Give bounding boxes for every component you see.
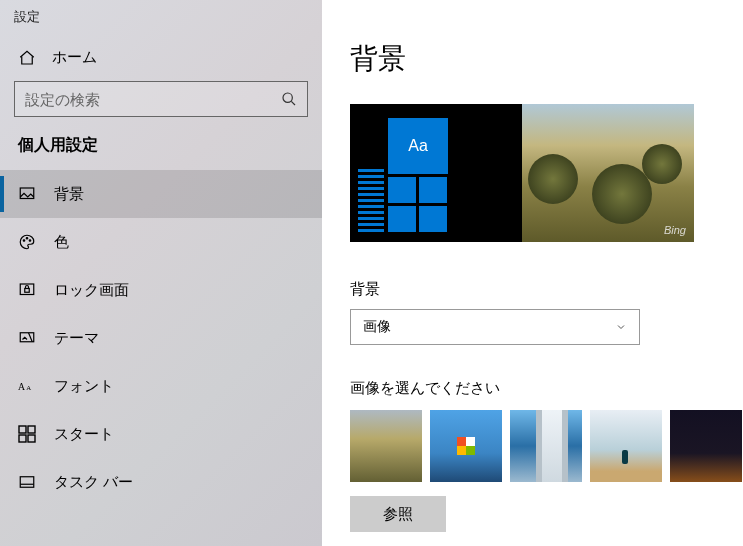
browse-button[interactable]: 参照	[350, 496, 446, 532]
sidebar-item-label: 背景	[54, 185, 84, 204]
lockscreen-icon	[18, 281, 36, 299]
main-content: 背景 Aa Bing 背景 画像	[322, 0, 743, 546]
preview-wallpaper: Bing	[522, 104, 694, 242]
home-label: ホーム	[52, 48, 97, 67]
svg-rect-11	[28, 426, 35, 433]
sidebar-item-label: ロック画面	[54, 281, 129, 300]
sidebar-item-label: フォント	[54, 377, 114, 396]
home-nav[interactable]: ホーム	[0, 38, 322, 81]
taskbar-icon	[18, 473, 36, 491]
sidebar-item-label: 色	[54, 233, 69, 252]
thumbnail-4[interactable]	[590, 410, 662, 482]
thumbnail-2[interactable]	[430, 410, 502, 482]
sidebar-item-color[interactable]: 色	[0, 218, 322, 266]
svg-text:A: A	[26, 384, 31, 391]
preview-desktop: Aa	[350, 104, 522, 242]
start-icon	[18, 425, 36, 443]
home-icon	[18, 49, 36, 67]
sidebar-item-theme[interactable]: テーマ	[0, 314, 322, 362]
preview-start-tiles: Aa	[358, 118, 448, 232]
sidebar-item-label: タスク バー	[54, 473, 133, 492]
thumbnail-5[interactable]	[670, 410, 742, 482]
sidebar-item-taskbar[interactable]: タスク バー	[0, 458, 322, 506]
preview-aa-tile: Aa	[388, 118, 448, 174]
search-input[interactable]	[25, 91, 281, 108]
svg-point-3	[26, 238, 28, 240]
search-icon	[281, 91, 297, 107]
sidebar-item-font[interactable]: AA フォント	[0, 362, 322, 410]
palette-icon	[18, 233, 36, 251]
sidebar-item-label: スタート	[54, 425, 114, 444]
page-title: 背景	[350, 40, 743, 78]
background-type-label: 背景	[350, 280, 743, 299]
app-title: 設定	[0, 0, 322, 38]
sidebar: 設定 ホーム 個人用設定 背景 色 ロック画面 テーマ	[0, 0, 322, 546]
sidebar-item-start[interactable]: スタート	[0, 410, 322, 458]
search-box[interactable]	[14, 81, 308, 117]
chevron-down-icon	[615, 321, 627, 333]
svg-rect-14	[20, 477, 34, 488]
svg-point-2	[23, 240, 25, 242]
svg-rect-13	[28, 435, 35, 442]
svg-point-4	[29, 240, 31, 242]
picture-icon	[18, 185, 36, 203]
choose-image-label: 画像を選んでください	[350, 379, 743, 398]
category-title: 個人用設定	[0, 135, 322, 170]
sidebar-item-label: テーマ	[54, 329, 99, 348]
background-preview: Aa Bing	[350, 104, 694, 242]
svg-rect-12	[19, 435, 26, 442]
background-type-dropdown[interactable]: 画像	[350, 309, 640, 345]
svg-rect-6	[25, 289, 30, 293]
bing-watermark: Bing	[664, 224, 686, 236]
thumbnail-3[interactable]	[510, 410, 582, 482]
theme-icon	[18, 329, 36, 347]
sidebar-item-background[interactable]: 背景	[0, 170, 322, 218]
font-icon: AA	[18, 377, 36, 395]
dropdown-value: 画像	[363, 318, 391, 336]
image-thumbnails	[350, 410, 743, 482]
thumbnail-1[interactable]	[350, 410, 422, 482]
svg-point-0	[283, 93, 292, 102]
svg-rect-10	[19, 426, 26, 433]
sidebar-item-lockscreen[interactable]: ロック画面	[0, 266, 322, 314]
svg-text:A: A	[18, 381, 25, 392]
